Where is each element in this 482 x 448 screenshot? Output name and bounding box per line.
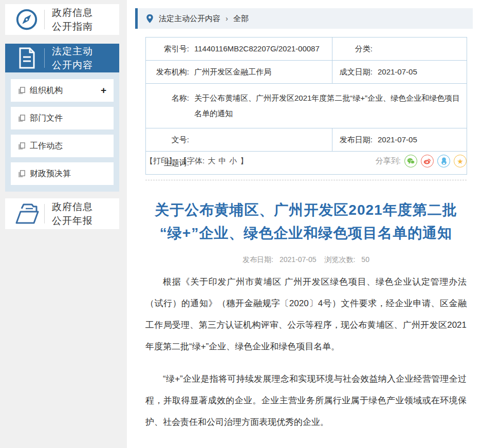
article-body: 根据《关于印发广州市黄埔区 广州开发区绿色项目、绿色企业认定管理办法（试行）的通…	[145, 271, 467, 448]
title-value: 关于公布黄埔区、广州开发区2021年度第二批“绿+”企业、绿色企业和绿色项目名单…	[194, 90, 464, 121]
sidebar-item-label: 法定主动 公开内容	[52, 44, 93, 72]
table-row: 索引号: 11440116MB2C82207G/2021-00087 分类:	[146, 38, 467, 61]
divider	[44, 48, 45, 68]
divider	[44, 10, 45, 29]
dashed-divider	[145, 180, 467, 180]
article-paragraph: “绿+”企业是指将可持续发展理念和实现环境与社会效益纳入企业经营管理全过程，并取…	[145, 368, 467, 433]
view-count-label: 浏览次数:	[324, 255, 355, 264]
divider	[44, 204, 45, 223]
sidebar-item-label: 政府信息 公开指南	[52, 6, 93, 33]
share-weibo-icon[interactable]	[421, 155, 434, 167]
breadcrumb: 法定主动公开内容 › 全部	[135, 8, 473, 29]
publish-date-label: 发布日期:	[332, 134, 373, 145]
sidebar: 政府信息 公开指南 法定主动 公开内容 组织机	[5, 4, 119, 229]
submenu-item-label: 财政预决算	[30, 169, 71, 179]
article-paragraph: 根据《关于印发广州市黄埔区 广州开发区绿色项目、绿色企业认定管理办法（试行）的通…	[145, 271, 467, 358]
submenu-item-label: 工作动态	[30, 141, 63, 152]
issuing-org-value: 广州开发区金融工作局	[194, 66, 329, 78]
pages-icon	[18, 87, 26, 95]
written-date-label: 成文日期:	[332, 66, 373, 78]
index-number-value: 11440116MB2C82207G/2021-00087	[194, 43, 329, 54]
sidebar-submenu: 组织机构 + 部门文件 工作动态	[5, 72, 119, 192]
print-button[interactable]: 【打印】	[145, 156, 176, 166]
sidebar-item-guide[interactable]: 政府信息 公开指南	[5, 4, 119, 35]
written-date-value: 2021-07-05	[378, 66, 464, 78]
font-size-suffix: 】	[240, 156, 248, 166]
submenu-item-label: 部门文件	[30, 113, 63, 124]
publish-date-label: 发布日期:	[243, 255, 273, 264]
share-qzone-icon[interactable]: ★	[454, 155, 467, 167]
expand-plus-icon[interactable]: +	[101, 85, 106, 96]
font-size-large-button[interactable]: 大	[208, 156, 215, 166]
article-meta: 发布日期:2021-07-05 浏览次数:50	[145, 255, 467, 265]
sidebar-item-label: 政府信息 公开年报	[52, 200, 93, 228]
doc-number-label: 文号:	[146, 134, 189, 145]
title-label: 名称:	[146, 90, 189, 106]
page-title: 关于公布黄埔区、广州开发区2021年度第二批 “绿+”企业、绿色企业和绿色项目名…	[145, 198, 467, 245]
sidebar-item-annual-report[interactable]: 政府信息 公开年报	[5, 198, 119, 229]
category-label: 分类:	[332, 43, 373, 54]
share-label: 分享到:	[376, 156, 401, 166]
folder-icon	[13, 202, 40, 225]
issuing-org-label: 发布机构:	[146, 66, 189, 78]
publish-date-value: 2021-07-05	[378, 134, 464, 145]
sidebar-item-work-trends[interactable]: 工作动态	[11, 135, 114, 157]
breadcrumb-root-link[interactable]: 法定主动公开内容	[159, 14, 220, 24]
publish-date-value: 2021-07-05	[280, 255, 317, 264]
pages-icon	[18, 170, 26, 178]
submenu-item-label: 组织机构	[30, 85, 63, 96]
font-size-medium-button[interactable]: 中	[218, 156, 226, 166]
index-number-label: 索引号:	[146, 43, 189, 54]
breadcrumb-separator: ›	[226, 14, 228, 23]
document-icon	[13, 47, 40, 69]
star-icon: ★	[457, 158, 464, 165]
sidebar-item-disclosure-active[interactable]: 法定主动 公开内容	[5, 44, 119, 72]
document-meta-table: 索引号: 11440116MB2C82207G/2021-00087 分类: 发…	[145, 37, 467, 175]
share-wechat-icon[interactable]	[404, 155, 417, 167]
location-pin-icon	[146, 14, 154, 24]
article-paragraph: 绿色企业是指将可持续发展理念和实现环境与社会效益纳入企业经营管理全过程，并取得成…	[145, 444, 467, 448]
font-size-small-button[interactable]: 小	[229, 156, 237, 166]
font-size-prefix: 【字体:	[179, 156, 205, 166]
compass-icon	[13, 8, 40, 31]
sidebar-item-organization[interactable]: 组织机构 +	[11, 79, 114, 102]
sidebar-item-department-files[interactable]: 部门文件	[11, 107, 114, 129]
table-row: 文号: 发布日期: 2021-07-05	[146, 128, 467, 152]
table-row: 名称: 关于公布黄埔区、广州开发区2021年度第二批“绿+”企业、绿色企业和绿色…	[146, 84, 467, 128]
pages-icon	[18, 115, 26, 122]
article-toolbar: 【打印】 【字体: 大 中 小 】 分享到:	[145, 155, 467, 167]
breadcrumb-current-link[interactable]: 全部	[233, 14, 249, 24]
share-qq-icon[interactable]	[437, 155, 450, 167]
sidebar-item-fiscal-budget[interactable]: 财政预决算	[11, 162, 114, 185]
table-row: 发布机构: 广州开发区金融工作局 成文日期: 2021-07-05	[146, 61, 467, 84]
view-count-value: 50	[361, 255, 369, 264]
pages-icon	[18, 142, 26, 150]
